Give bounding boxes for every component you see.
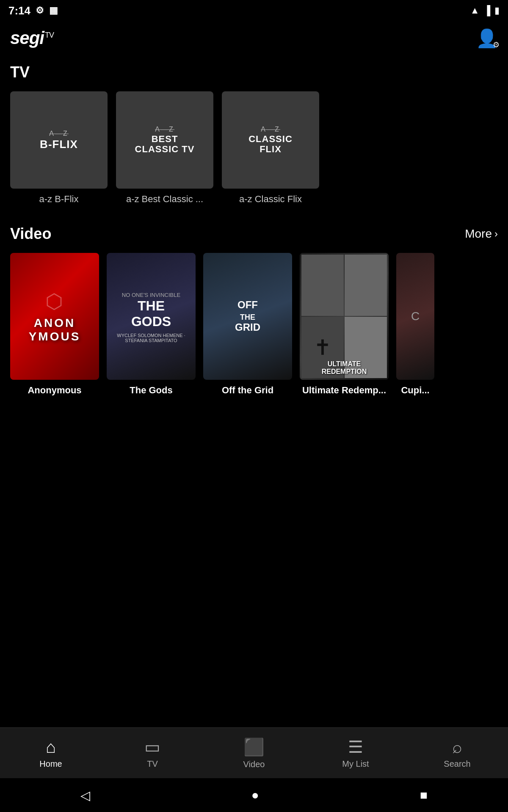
tv-section-title: TV (10, 63, 30, 81)
video-section-header: Video More › (10, 225, 498, 243)
cross-symbol: ✝ (314, 335, 331, 360)
classicflix-az: A—Z (261, 126, 280, 133)
video-card-redemption[interactable]: ✝ ULTIMATEREDEMPTION Ultimate Redemp... (300, 253, 389, 396)
cupid-thumb: C (396, 253, 434, 380)
video-card-offgrid[interactable]: OFFTHEGRID Off the Grid (203, 253, 292, 396)
redemption-grid-tl (301, 255, 344, 316)
status-bar: 7:14 ⚙ ▦ ▲ ▐ ▮ (0, 0, 508, 21)
tv-card-classicflix-thumb: A—Z CLASSICFLIX (222, 91, 319, 189)
bestclassic-label: a-z Best Classic ... (126, 194, 203, 205)
tv-card-bflix[interactable]: A—Z B-FLIX a-z B-Flix (10, 91, 108, 205)
video-card-cupid[interactable]: C Cupi... (396, 253, 434, 396)
redemption-poster: ✝ ULTIMATEREDEMPTION (300, 253, 389, 380)
status-time-area: 7:14 ⚙ ▦ (8, 4, 58, 17)
sim-icon: ▦ (49, 5, 58, 16)
video-section-title: Video (10, 225, 51, 243)
redemption-grid-tr (345, 255, 387, 316)
chevron-right-icon: › (494, 228, 498, 240)
tv-label: TV (147, 759, 158, 769)
redemption-title-overlay: ULTIMATEREDEMPTION (300, 360, 389, 376)
cupid-text: C (411, 310, 420, 323)
tv-card-bestclassic-thumb: A—Z BESTCLASSIC TV (116, 91, 213, 189)
thegods-thumb: NO ONE'S INVINCIBLE THEGODS WYCLEF SOLOM… (107, 253, 196, 380)
tv-icon: ▭ (144, 737, 160, 757)
anonymous-thumb: ⬡ ANONYMOUS (10, 253, 99, 380)
tv-card-classicflix[interactable]: A—Z CLASSICFLIX a-z Classic Flix (222, 91, 319, 205)
profile-button[interactable]: 👤 ⚙ (476, 28, 498, 49)
offgrid-thumb: OFFTHEGRID (203, 253, 292, 380)
mylist-icon: ☰ (348, 737, 363, 757)
cupid-label: Cupi... (401, 385, 429, 396)
classicflix-label: a-z Classic Flix (239, 194, 302, 205)
tv-card-bflix-thumb: A—Z B-FLIX (10, 91, 108, 189)
search-label: Search (444, 759, 470, 769)
mylist-label: My List (342, 759, 369, 769)
app-logo: segiTV (10, 28, 54, 48)
gear-icon: ⚙ (493, 40, 500, 49)
system-nav-bar: ◁ ● ■ (0, 778, 508, 812)
tv-card-bestclassic[interactable]: A—Z BESTCLASSIC TV a-z Best Classic ... (116, 91, 213, 205)
redemption-label: Ultimate Redemp... (302, 385, 386, 396)
video-card-anonymous[interactable]: ⬡ ANONYMOUS Anonymous (10, 253, 99, 396)
home-label: Home (39, 759, 62, 769)
video-cards-container: ⬡ ANONYMOUS Anonymous NO ONE'S INVINCIBL… (10, 253, 498, 396)
bflix-name: B-FLIX (40, 138, 78, 151)
nav-item-search[interactable]: ⌕ Search (406, 738, 508, 769)
nav-item-mylist[interactable]: ☰ My List (305, 737, 406, 769)
tv-cards-container: A—Z B-FLIX a-z B-Flix A—Z BESTCLASSIC TV… (10, 91, 498, 205)
main-content: TV A—Z B-FLIX a-z B-Flix A—Z BESTCLASSIC… (0, 55, 508, 425)
bflix-az: A—Z (49, 130, 68, 137)
signal-icon: ▐ (483, 5, 490, 16)
cupid-poster: C (396, 253, 434, 380)
offgrid-poster: OFFTHEGRID (203, 253, 292, 380)
recents-button[interactable]: ■ (420, 788, 428, 802)
tv-section: TV A—Z B-FLIX a-z B-Flix A—Z BESTCLASSIC… (10, 63, 498, 205)
classicflix-name: CLASSICFLIX (248, 134, 293, 154)
status-right-icons: ▲ ▐ ▮ (470, 5, 500, 16)
home-icon: ⌂ (46, 738, 56, 757)
tv-section-header: TV (10, 63, 498, 81)
nav-item-video[interactable]: ⬛ Video (203, 737, 305, 769)
bestclassic-az: A—Z (155, 126, 174, 133)
video-card-thegods[interactable]: NO ONE'S INVINCIBLE THEGODS WYCLEF SOLOM… (107, 253, 196, 396)
back-button[interactable]: ◁ (80, 788, 90, 803)
home-button[interactable]: ● (251, 788, 259, 802)
anonymous-label: Anonymous (28, 385, 81, 396)
redemption-thumb: ✝ ULTIMATEREDEMPTION (300, 253, 389, 380)
nav-item-home[interactable]: ⌂ Home (0, 738, 102, 769)
bflix-label: a-z B-Flix (39, 194, 79, 205)
search-icon: ⌕ (452, 738, 462, 757)
thegods-label: The Gods (130, 385, 172, 396)
settings-icon: ⚙ (36, 5, 44, 16)
video-section: Video More › ⬡ ANONYMOUS Anonymous (10, 225, 498, 396)
wifi-icon: ▲ (470, 5, 480, 16)
bestclassic-name: BESTCLASSIC TV (135, 134, 195, 154)
video-label: Video (243, 760, 265, 769)
nav-item-tv[interactable]: ▭ TV (102, 737, 203, 769)
logo-text: segiTV (10, 28, 54, 48)
offgrid-label: Off the Grid (222, 385, 273, 396)
more-button[interactable]: More › (465, 227, 498, 241)
battery-icon: ▮ (494, 5, 500, 16)
bottom-navigation: ⌂ Home ▭ TV ⬛ Video ☰ My List ⌕ Search (0, 727, 508, 778)
anonymous-poster: ⬡ ANONYMOUS (10, 253, 99, 380)
app-header: segiTV 👤 ⚙ (0, 21, 508, 55)
status-time: 7:14 (8, 4, 30, 17)
thegods-poster: NO ONE'S INVINCIBLE THEGODS WYCLEF SOLOM… (107, 253, 196, 380)
video-icon: ⬛ (243, 737, 265, 757)
